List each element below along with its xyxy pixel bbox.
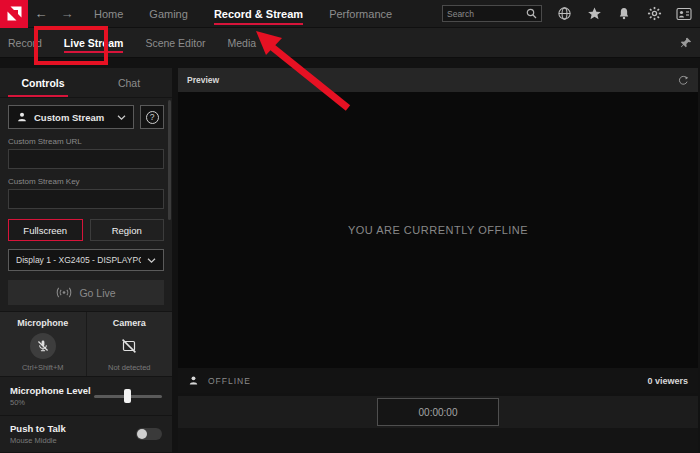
- custom-stream-key-label: Custom Stream Key: [8, 177, 164, 186]
- camera-control: Camera Not detected: [86, 312, 173, 376]
- custom-stream-url-input[interactable]: [8, 149, 164, 169]
- stream-config-section: Custom Stream ? Custom Stream URL Custom…: [0, 98, 172, 311]
- timer-strip: 00:00:00: [178, 396, 698, 428]
- stream-timer: 00:00:00: [377, 398, 499, 426]
- content-area: Controls Chat Custom Stream: [0, 58, 700, 452]
- fullscreen-button[interactable]: Fullscreen: [8, 219, 83, 241]
- tab-scene-editor[interactable]: Scene Editor: [145, 29, 205, 56]
- nav-home[interactable]: Home: [94, 1, 123, 26]
- pin-icon[interactable]: [680, 37, 692, 49]
- region-button[interactable]: Region: [90, 219, 165, 241]
- custom-stream-key-input[interactable]: [8, 189, 164, 209]
- tab-chat[interactable]: Chat: [86, 68, 172, 97]
- camera-status: Not detected: [108, 363, 151, 372]
- nav-gaming[interactable]: Gaming: [149, 1, 188, 26]
- mic-level-thumb[interactable]: [124, 389, 131, 403]
- microphone-shortcut: Ctrl+Shift+M: [22, 363, 64, 372]
- person-icon: [188, 375, 199, 386]
- tab-media[interactable]: Media: [228, 29, 257, 56]
- chevron-down-icon: [147, 257, 156, 264]
- top-bar: ← → Home Gaming Record & Stream Performa…: [0, 0, 700, 28]
- device-section: Microphone: [0, 311, 172, 377]
- nav-record-and-stream[interactable]: Record & Stream: [214, 1, 303, 26]
- amd-radeon-logo-icon[interactable]: [0, 0, 28, 28]
- preview-status-bar: OFFLINE 0 viewers: [178, 368, 698, 393]
- microphone-level-section: Microphone Level 50%: [0, 377, 172, 416]
- stream-controls-panel: Controls Chat Custom Stream: [0, 68, 172, 432]
- rotate-icon[interactable]: [678, 75, 689, 86]
- stream-service-value: Custom Stream: [34, 112, 111, 123]
- push-to-talk-toggle[interactable]: [136, 428, 162, 440]
- tab-live-stream[interactable]: Live Stream: [64, 29, 124, 56]
- radeon-software-window: ← → Home Gaming Record & Stream Performa…: [0, 0, 700, 453]
- panel-tabs: Controls Chat: [0, 68, 172, 98]
- broadcast-icon: [56, 286, 72, 299]
- viewer-count: 0 viewers: [647, 376, 688, 386]
- search-box[interactable]: [442, 5, 542, 22]
- go-live-label: Go Live: [79, 287, 115, 299]
- microphone-level-slider[interactable]: [94, 389, 162, 403]
- star-icon[interactable]: [586, 6, 602, 22]
- microphone-label: Microphone: [17, 318, 68, 328]
- offline-message: YOU ARE CURRENTLY OFFLINE: [348, 224, 528, 236]
- stream-service-dropdown[interactable]: Custom Stream: [8, 105, 134, 129]
- toggle-knob: [137, 429, 147, 439]
- preview-viewport: YOU ARE CURRENTLY OFFLINE: [178, 92, 698, 368]
- stream-status: OFFLINE: [208, 376, 251, 386]
- nav-performance[interactable]: Performance: [329, 1, 392, 26]
- back-icon[interactable]: ←: [28, 6, 54, 21]
- camera-label: Camera: [113, 318, 146, 328]
- record-stream-subnav: Record Live Stream Scene Editor Media: [0, 28, 700, 58]
- question-icon: ?: [146, 111, 159, 124]
- microphone-level-value: 50%: [10, 398, 94, 407]
- forward-icon[interactable]: →: [54, 6, 80, 21]
- camera-off-icon[interactable]: [121, 338, 137, 354]
- topbar-actions: [442, 5, 700, 22]
- display-select-value: Display 1 - XG2405 - DISPLAYPOR...: [16, 255, 141, 265]
- gear-icon[interactable]: [646, 6, 662, 22]
- panel-scrollbar[interactable]: [168, 100, 171, 220]
- search-input[interactable]: [447, 9, 525, 19]
- help-button[interactable]: ?: [140, 105, 164, 129]
- preview-title: Preview: [187, 75, 678, 85]
- account-icon[interactable]: [676, 6, 692, 22]
- microphone-mute-button[interactable]: [30, 333, 56, 359]
- search-icon[interactable]: [525, 8, 537, 20]
- microphone-level-label: Microphone Level: [10, 385, 94, 396]
- go-live-button[interactable]: Go Live: [8, 280, 164, 305]
- push-to-talk-section: Push to Talk Mouse Middle: [0, 416, 172, 453]
- push-to-talk-binding: Mouse Middle: [10, 436, 136, 445]
- preview-panel: Preview YOU ARE CURRENTLY OFFLINE O: [178, 68, 698, 452]
- display-select-dropdown[interactable]: Display 1 - XG2405 - DISPLAYPOR...: [8, 249, 164, 271]
- microphone-muted-icon: [36, 339, 50, 353]
- main-navigation: Home Gaming Record & Stream Performance: [94, 1, 392, 26]
- tab-record[interactable]: Record: [8, 29, 42, 56]
- person-icon: [16, 111, 28, 123]
- tab-controls[interactable]: Controls: [0, 68, 86, 97]
- globe-icon[interactable]: [556, 6, 572, 22]
- push-to-talk-label: Push to Talk: [10, 423, 136, 434]
- microphone-control: Microphone: [0, 312, 86, 376]
- chevron-down-icon: [117, 114, 126, 121]
- custom-stream-url-label: Custom Stream URL: [8, 137, 164, 146]
- preview-header: Preview: [178, 68, 698, 92]
- bottom-spacer: [178, 428, 698, 452]
- bell-icon[interactable]: [616, 6, 632, 22]
